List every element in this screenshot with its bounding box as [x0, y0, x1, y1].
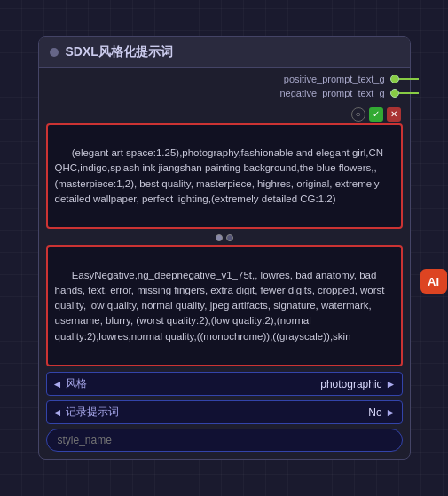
positive-scroll-indicator [46, 234, 403, 241]
record-select-row[interactable]: ◄ 记录提示词 No ► [46, 400, 403, 424]
scroll-dot-1 [216, 234, 223, 241]
positive-connector-line [399, 78, 419, 80]
record-label: 记录提示词 [66, 405, 368, 420]
connectors-area: positive_prompt_text_g negative_prompt_t… [39, 68, 410, 104]
style-left-arrow[interactable]: ◄ [52, 378, 63, 390]
positive-connector-wrapper: positive_prompt_text_g [284, 74, 399, 84]
ai-badge: AI [420, 269, 447, 294]
toolbar-row: ○ ✓ ✕ [46, 107, 403, 122]
node-container: SDXL风格化提示词 positive_prompt_text_g negati… [38, 36, 411, 460]
node-body: ○ ✓ ✕ (elegant art space:1.25),photograp… [39, 104, 410, 459]
scroll-dot-2 [226, 234, 233, 241]
header-status-dot [50, 48, 59, 57]
toolbar-check-button[interactable]: ✓ [369, 107, 383, 122]
positive-connector-label: positive_prompt_text_g [284, 74, 385, 84]
style-label: 风格 [66, 376, 320, 391]
style-value: photographic [320, 378, 381, 390]
style-name-input[interactable] [46, 429, 403, 452]
record-left-arrow[interactable]: ◄ [52, 406, 63, 419]
positive-connector-dot [390, 75, 399, 83]
record-right-arrow[interactable]: ► [386, 406, 397, 419]
negative-prompt-textarea[interactable]: EasyNegative,ng_deepnegative_v1_75t,, lo… [46, 245, 403, 366]
toolbar-circle-button[interactable]: ○ [351, 107, 365, 122]
negative-connector-dot [390, 89, 399, 98]
style-select-row[interactable]: ◄ 风格 photographic ► [46, 372, 403, 396]
record-value: No [368, 406, 381, 419]
toolbar-x-button[interactable]: ✕ [387, 107, 401, 122]
negative-connector-wrapper: negative_prompt_text_g [279, 88, 398, 98]
negative-connector-label: negative_prompt_text_g [279, 88, 384, 98]
style-right-arrow[interactable]: ► [386, 378, 397, 390]
positive-prompt-textarea[interactable]: (elegant art space:1.25),photography,fas… [46, 123, 403, 230]
negative-connector-line [399, 92, 419, 94]
node-header: SDXL风格化提示词 [39, 37, 410, 68]
node-title: SDXL风格化提示词 [66, 44, 173, 60]
